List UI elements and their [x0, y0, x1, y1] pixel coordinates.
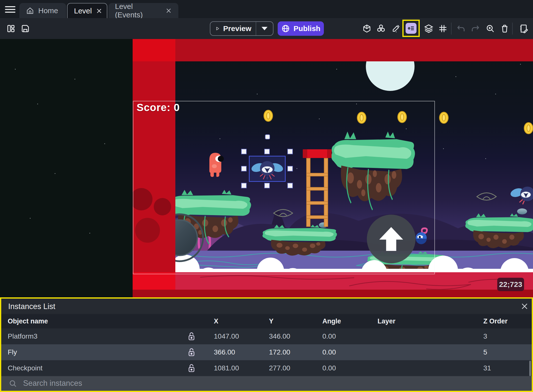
moon-decoration[interactable] [366, 42, 415, 91]
instance-name: Fly [8, 348, 17, 356]
toggle-grid-button[interactable] [436, 21, 450, 36]
instance-angle: 0.00 [322, 332, 336, 340]
edit-object-button[interactable] [389, 21, 403, 36]
red-band-left-bottom [133, 272, 175, 290]
gdevelop-editor-window: Home Level Level (Events) [0, 0, 533, 392]
unlocked-icon[interactable] [188, 332, 195, 341]
resize-handle[interactable] [241, 149, 247, 154]
instance-row-fly-selected[interactable]: Fly 366.00 172.00 0.00 5 [1, 344, 532, 360]
preview-label: Preview [223, 24, 251, 33]
tab-level-events-label: Level (Events) [115, 2, 161, 19]
instance-row-platform3[interactable]: Platform3 1047.00 346.00 0.00 3 [1, 328, 532, 344]
resize-handle[interactable] [264, 183, 270, 188]
red-band-left-top [133, 39, 175, 61]
scene-editor-canvas[interactable]: Score: 0 22 [0, 39, 533, 297]
resize-handle[interactable] [287, 149, 293, 154]
resize-handle[interactable] [287, 183, 293, 188]
unlocked-icon[interactable] [188, 348, 195, 357]
save-icon [21, 24, 30, 33]
instance-y: 277.00 [269, 364, 290, 372]
preview-button[interactable]: Preview [210, 21, 273, 36]
search-instances-input[interactable] [23, 379, 271, 388]
tab-bar: Home Level Level (Events) [0, 0, 533, 18]
unlocked-icon[interactable] [188, 363, 195, 373]
undo-icon [456, 24, 466, 33]
close-tab-icon[interactable] [96, 8, 102, 14]
zoom-in-icon [486, 24, 495, 33]
stars-decoration [282, 54, 282, 55]
delete-button[interactable] [498, 21, 512, 36]
platform-instance[interactable] [464, 210, 533, 255]
game-scene: Score: 0 22 [133, 39, 533, 297]
panel-scrollbar[interactable] [529, 361, 531, 376]
panel-title: Instances List [8, 302, 55, 311]
fly-instance-selected[interactable] [251, 157, 283, 182]
publish-label: Publish [294, 24, 320, 33]
hamburger-menu-icon[interactable] [5, 6, 15, 13]
redo-button[interactable] [468, 21, 482, 36]
instance-row-checkpoint[interactable]: Checkpoint 1081.00 277.00 0.00 31 [1, 360, 532, 376]
open-objects-list-button[interactable] [374, 21, 388, 36]
column-header-z-order[interactable]: Z Order [483, 317, 508, 325]
column-header-x[interactable]: X [214, 317, 218, 325]
tab-home[interactable]: Home [19, 3, 66, 18]
coin-instance[interactable] [439, 112, 449, 124]
resize-handle[interactable] [241, 166, 247, 171]
instance-name: Checkpoint [8, 364, 42, 372]
instance-y: 172.00 [269, 348, 290, 356]
instance-x: 366.00 [214, 348, 235, 356]
instance-angle: 0.00 [322, 348, 336, 356]
chevron-down-icon[interactable] [262, 27, 267, 30]
resize-handle[interactable] [287, 166, 293, 171]
open-panels-layout-button[interactable] [4, 21, 18, 36]
notebook-edit-icon [519, 24, 529, 34]
column-header-y[interactable]: Y [269, 317, 273, 325]
toolbar-divider [512, 23, 513, 35]
instance-name: Platform3 [8, 332, 38, 340]
open-layers-panel-button[interactable] [422, 21, 436, 36]
tab-level[interactable]: Level [67, 3, 107, 18]
globe-icon [281, 24, 290, 33]
red-band-bottom-dark [133, 290, 533, 297]
cursor-coordinates-badge: 22;723 [497, 278, 524, 291]
save-button[interactable] [18, 21, 32, 36]
instances-list-icon [407, 24, 415, 32]
main-toolbar: Preview Publish [0, 18, 533, 39]
resize-handle[interactable] [264, 149, 270, 154]
close-tab-icon[interactable] [165, 7, 172, 14]
column-header-object-name[interactable]: Object name [8, 317, 48, 325]
undo-button[interactable] [454, 21, 468, 36]
red-band-top [133, 39, 533, 61]
stars-decoration [15, 69, 16, 70]
column-header-layer[interactable]: Layer [378, 317, 395, 325]
instance-x: 1047.00 [214, 332, 239, 340]
layers-icon [424, 24, 434, 34]
panel-title-row: Instances List [1, 299, 532, 314]
instance-y: 346.00 [269, 332, 290, 340]
rotation-handle[interactable] [265, 134, 270, 139]
preview-split-divider [256, 22, 256, 36]
instance-z-order: 3 [483, 332, 487, 340]
pencil-icon [391, 24, 401, 33]
coin-instance[interactable] [524, 122, 533, 134]
score-text-instance[interactable]: Score: 0 [137, 102, 180, 114]
publish-button[interactable]: Publish [278, 21, 324, 36]
resize-handle[interactable] [241, 183, 247, 188]
camera-bounds-rect [133, 101, 435, 274]
objects-stack-icon [376, 24, 386, 34]
home-icon [26, 6, 34, 15]
instance-x: 1081.00 [214, 364, 239, 372]
tab-level-events[interactable]: Level (Events) [109, 3, 178, 18]
panel-header-row: Object name X Y Angle Layer Z Order [1, 314, 532, 328]
cube-3d-icon [362, 24, 372, 33]
close-panel-icon[interactable] [520, 302, 529, 311]
zoom-button[interactable] [483, 21, 497, 36]
search-row [1, 376, 532, 391]
column-header-angle[interactable]: Angle [322, 317, 341, 325]
toggle-3d-view-button[interactable] [360, 21, 374, 36]
fly-instance[interactable] [510, 182, 533, 207]
instances-list-button[interactable] [406, 23, 417, 34]
trash-icon [500, 24, 509, 33]
eye-outline-decoration [475, 191, 498, 202]
edit-scene-properties-button[interactable] [517, 21, 531, 36]
